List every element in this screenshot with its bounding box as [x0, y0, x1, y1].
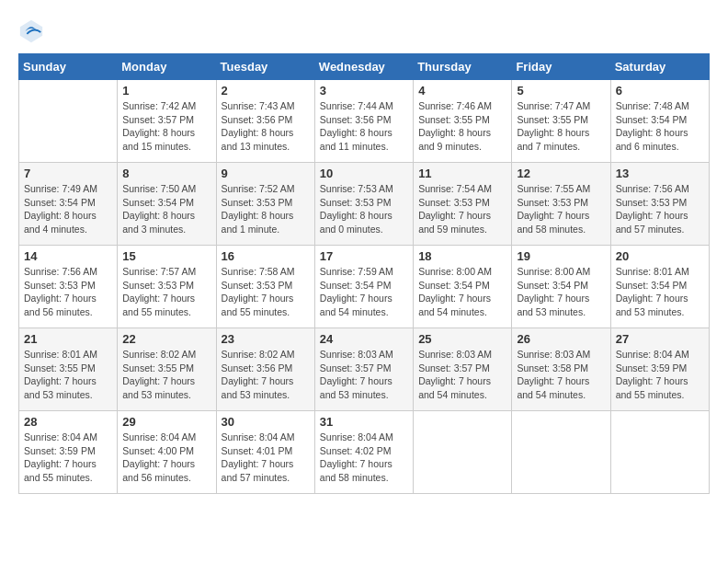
day-cell: 30Sunrise: 8:04 AM Sunset: 4:01 PM Dayli…: [216, 411, 314, 494]
day-cell: 7Sunrise: 7:49 AM Sunset: 3:54 PM Daylig…: [19, 163, 118, 246]
day-number: 13: [616, 167, 704, 180]
day-number: 7: [24, 167, 112, 180]
day-info: Sunrise: 7:48 AM Sunset: 3:54 PM Dayligh…: [616, 99, 704, 154]
col-header-sunday: Sunday: [19, 54, 118, 80]
day-number: 12: [517, 167, 605, 180]
week-row-5: 28Sunrise: 8:04 AM Sunset: 3:59 PM Dayli…: [19, 411, 710, 494]
day-cell: 27Sunrise: 8:04 AM Sunset: 3:59 PM Dayli…: [610, 328, 709, 411]
day-number: 24: [320, 332, 408, 346]
day-info: Sunrise: 7:43 AM Sunset: 3:56 PM Dayligh…: [222, 99, 310, 154]
day-number: 28: [24, 415, 112, 429]
day-info: Sunrise: 8:04 AM Sunset: 4:01 PM Dayligh…: [222, 431, 310, 485]
day-info: Sunrise: 7:52 AM Sunset: 3:53 PM Dayligh…: [222, 182, 310, 236]
day-cell: 20Sunrise: 8:01 AM Sunset: 3:54 PM Dayli…: [610, 246, 709, 328]
day-number: 9: [222, 167, 310, 180]
day-cell: 2Sunrise: 7:43 AM Sunset: 3:56 PM Daylig…: [216, 80, 314, 163]
day-info: Sunrise: 7:57 AM Sunset: 3:53 PM Dayligh…: [122, 265, 210, 319]
col-header-friday: Friday: [512, 54, 610, 80]
day-info: Sunrise: 8:04 AM Sunset: 4:02 PM Dayligh…: [320, 431, 408, 485]
day-number: 26: [517, 332, 605, 346]
day-number: 31: [320, 415, 408, 429]
day-info: Sunrise: 7:59 AM Sunset: 3:54 PM Dayligh…: [320, 265, 408, 319]
day-cell: 3Sunrise: 7:44 AM Sunset: 3:56 PM Daylig…: [314, 80, 413, 163]
day-number: 17: [320, 249, 408, 263]
day-info: Sunrise: 7:42 AM Sunset: 3:57 PM Dayligh…: [122, 99, 210, 154]
week-row-3: 14Sunrise: 7:56 AM Sunset: 3:53 PM Dayli…: [19, 246, 710, 328]
logo: [18, 18, 48, 44]
day-cell: 17Sunrise: 7:59 AM Sunset: 3:54 PM Dayli…: [314, 246, 413, 328]
day-cell: 13Sunrise: 7:56 AM Sunset: 3:53 PM Dayli…: [610, 163, 709, 246]
week-row-1: 1Sunrise: 7:42 AM Sunset: 3:57 PM Daylig…: [19, 80, 710, 163]
day-cell: 9Sunrise: 7:52 AM Sunset: 3:53 PM Daylig…: [216, 163, 314, 246]
day-info: Sunrise: 7:50 AM Sunset: 3:54 PM Dayligh…: [122, 182, 210, 236]
day-number: 27: [616, 332, 704, 346]
day-number: 8: [122, 167, 210, 180]
header-row: SundayMondayTuesdayWednesdayThursdayFrid…: [19, 54, 710, 80]
day-info: Sunrise: 7:58 AM Sunset: 3:53 PM Dayligh…: [222, 265, 310, 319]
day-cell: 21Sunrise: 8:01 AM Sunset: 3:55 PM Dayli…: [19, 328, 118, 411]
day-number: 6: [616, 84, 704, 98]
day-info: Sunrise: 7:55 AM Sunset: 3:53 PM Dayligh…: [517, 182, 605, 236]
day-info: Sunrise: 7:54 AM Sunset: 3:53 PM Dayligh…: [418, 182, 506, 236]
day-info: Sunrise: 8:02 AM Sunset: 3:56 PM Dayligh…: [222, 348, 310, 402]
day-number: 2: [222, 84, 310, 98]
day-info: Sunrise: 8:04 AM Sunset: 3:59 PM Dayligh…: [24, 431, 112, 485]
day-info: Sunrise: 7:47 AM Sunset: 3:55 PM Dayligh…: [517, 99, 605, 154]
day-info: Sunrise: 7:56 AM Sunset: 3:53 PM Dayligh…: [24, 265, 112, 319]
col-header-thursday: Thursday: [414, 54, 512, 80]
day-number: 19: [517, 249, 605, 263]
day-number: 18: [418, 249, 506, 263]
day-cell: [414, 411, 512, 494]
col-header-wednesday: Wednesday: [314, 54, 413, 80]
day-cell: 19Sunrise: 8:00 AM Sunset: 3:54 PM Dayli…: [512, 246, 610, 328]
day-info: Sunrise: 8:03 AM Sunset: 3:57 PM Dayligh…: [418, 348, 506, 402]
day-number: 11: [418, 167, 506, 180]
day-cell: 6Sunrise: 7:48 AM Sunset: 3:54 PM Daylig…: [610, 80, 709, 163]
day-number: 1: [122, 84, 210, 98]
day-cell: [19, 80, 118, 163]
day-info: Sunrise: 7:44 AM Sunset: 3:56 PM Dayligh…: [320, 99, 408, 154]
day-number: 23: [222, 332, 310, 346]
col-header-monday: Monday: [118, 54, 216, 80]
day-cell: 18Sunrise: 8:00 AM Sunset: 3:54 PM Dayli…: [414, 246, 512, 328]
week-row-2: 7Sunrise: 7:49 AM Sunset: 3:54 PM Daylig…: [19, 163, 710, 246]
day-number: 21: [24, 332, 112, 346]
day-number: 30: [222, 415, 310, 429]
page-header: [18, 18, 710, 44]
day-cell: 14Sunrise: 7:56 AM Sunset: 3:53 PM Dayli…: [19, 246, 118, 328]
day-cell: [512, 411, 610, 494]
day-number: 3: [320, 84, 408, 98]
day-info: Sunrise: 8:04 AM Sunset: 4:00 PM Dayligh…: [122, 431, 210, 485]
day-cell: 25Sunrise: 8:03 AM Sunset: 3:57 PM Dayli…: [414, 328, 512, 411]
day-cell: 23Sunrise: 8:02 AM Sunset: 3:56 PM Dayli…: [216, 328, 314, 411]
day-cell: 31Sunrise: 8:04 AM Sunset: 4:02 PM Dayli…: [314, 411, 413, 494]
col-header-tuesday: Tuesday: [216, 54, 314, 80]
day-cell: [610, 411, 709, 494]
day-cell: 29Sunrise: 8:04 AM Sunset: 4:00 PM Dayli…: [118, 411, 216, 494]
day-info: Sunrise: 7:53 AM Sunset: 3:53 PM Dayligh…: [320, 182, 408, 236]
day-info: Sunrise: 8:01 AM Sunset: 3:55 PM Dayligh…: [24, 348, 112, 402]
logo-icon: [18, 18, 44, 44]
day-cell: 10Sunrise: 7:53 AM Sunset: 3:53 PM Dayli…: [314, 163, 413, 246]
day-number: 14: [24, 249, 112, 263]
day-info: Sunrise: 7:49 AM Sunset: 3:54 PM Dayligh…: [24, 182, 112, 236]
day-cell: 28Sunrise: 8:04 AM Sunset: 3:59 PM Dayli…: [19, 411, 118, 494]
day-info: Sunrise: 8:00 AM Sunset: 3:54 PM Dayligh…: [418, 265, 506, 319]
day-info: Sunrise: 8:03 AM Sunset: 3:57 PM Dayligh…: [320, 348, 408, 402]
day-number: 22: [122, 332, 210, 346]
day-cell: 8Sunrise: 7:50 AM Sunset: 3:54 PM Daylig…: [118, 163, 216, 246]
day-info: Sunrise: 8:03 AM Sunset: 3:58 PM Dayligh…: [517, 348, 605, 402]
day-cell: 22Sunrise: 8:02 AM Sunset: 3:55 PM Dayli…: [118, 328, 216, 411]
day-cell: 12Sunrise: 7:55 AM Sunset: 3:53 PM Dayli…: [512, 163, 610, 246]
day-cell: 1Sunrise: 7:42 AM Sunset: 3:57 PM Daylig…: [118, 80, 216, 163]
day-cell: 11Sunrise: 7:54 AM Sunset: 3:53 PM Dayli…: [414, 163, 512, 246]
day-cell: 5Sunrise: 7:47 AM Sunset: 3:55 PM Daylig…: [512, 80, 610, 163]
day-cell: 15Sunrise: 7:57 AM Sunset: 3:53 PM Dayli…: [118, 246, 216, 328]
day-info: Sunrise: 8:02 AM Sunset: 3:55 PM Dayligh…: [122, 348, 210, 402]
day-number: 25: [418, 332, 506, 346]
day-number: 10: [320, 167, 408, 180]
week-row-4: 21Sunrise: 8:01 AM Sunset: 3:55 PM Dayli…: [19, 328, 710, 411]
day-cell: 26Sunrise: 8:03 AM Sunset: 3:58 PM Dayli…: [512, 328, 610, 411]
day-cell: 16Sunrise: 7:58 AM Sunset: 3:53 PM Dayli…: [216, 246, 314, 328]
day-info: Sunrise: 8:00 AM Sunset: 3:54 PM Dayligh…: [517, 265, 605, 319]
